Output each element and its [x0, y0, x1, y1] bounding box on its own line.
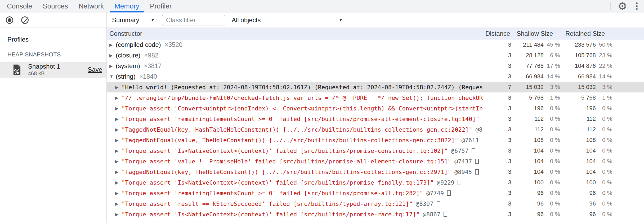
shallow-size-percent: 0 % — [544, 190, 560, 197]
distance-cell: 3 — [483, 105, 514, 112]
constructor-name: (closure) — [116, 52, 140, 59]
heap-string-row[interactable]: ▶"Torque assert 'remainingElementsCount … — [107, 188, 644, 198]
object-box-icon — [472, 148, 475, 153]
shallow-size-cell: 960 % — [514, 200, 563, 207]
expand-arrow-icon[interactable]: ▶ — [115, 106, 122, 111]
distance-cell: 3 — [483, 73, 514, 80]
tab-console[interactable]: Console — [2, 0, 37, 12]
column-header-distance[interactable]: Distance — [483, 30, 514, 37]
shallow-size-cell: 1120 % — [514, 126, 563, 133]
expand-arrow-icon[interactable]: ▶ — [115, 212, 122, 217]
shallow-size-value: 112 — [514, 115, 544, 122]
grid-header-row: Constructor Distance Shallow Size Retain… — [107, 28, 644, 39]
collapse-arrow-icon[interactable]: ▼ — [109, 74, 116, 79]
object-box-icon — [475, 159, 479, 164]
shallow-size-value: 96 — [514, 190, 544, 197]
string-value: "TaggedNotEqual(key, HashTableHoleConsta… — [122, 126, 472, 133]
heap-string-row[interactable]: ▶"Hello world! (Requested at: 2024-08-19… — [107, 82, 644, 92]
retained-size-percent: 0 % — [596, 211, 612, 218]
objects-scope-select[interactable]: All objects ▼ — [232, 16, 343, 24]
distance-cell: 3 — [483, 179, 514, 186]
shallow-size-value: 211 484 — [514, 41, 544, 48]
tab-network[interactable]: Network — [73, 0, 109, 12]
object-id: @8945 — [454, 169, 472, 175]
object-id: @8397 — [416, 200, 433, 207]
heap-string-row[interactable]: ▶"Torque assert 'remainingElementsCount … — [107, 114, 644, 124]
more-options-kebab-icon[interactable] — [634, 1, 640, 11]
column-header-retained-size[interactable]: Retained Size — [563, 30, 644, 37]
expand-arrow-icon[interactable]: ▶ — [115, 127, 122, 132]
shallow-size-percent: 0 % — [544, 211, 560, 218]
heap-string-row[interactable]: ▶"Torque assert 'value != PromiseHole' f… — [107, 156, 644, 167]
expand-arrow-icon[interactable]: ▶ — [115, 85, 122, 90]
shallow-size-cell: 211 48445 % — [514, 41, 563, 48]
heap-group-row[interactable]: ▶(compiled code)×35203211 48445 %233 576… — [107, 39, 644, 50]
snapshot-info: Snapshot 1 468 kB — [28, 63, 60, 76]
heap-string-row[interactable]: ▶"Torque assert 'Is<NativeContext>(conte… — [107, 145, 644, 156]
tab-sources[interactable]: Sources — [37, 0, 73, 12]
sidebar-item-snapshot-1[interactable]: Snapshot 1 468 kB Save — [0, 62, 106, 78]
heap-group-row[interactable]: ▶(system)×3817377 76817 %104 87622 % — [107, 61, 644, 71]
string-value: "Hello world! (Requested at: 2024-08-19T… — [122, 84, 483, 91]
tab-profiler[interactable]: Profiler — [145, 0, 177, 12]
settings-gear-icon[interactable]: ⚙ — [618, 1, 627, 11]
column-header-shallow-size[interactable]: Shallow Size — [514, 30, 563, 37]
expand-arrow-icon[interactable]: ▶ — [115, 159, 122, 164]
object-box-icon — [437, 201, 440, 206]
shallow-size-percent: 0 % — [544, 115, 560, 122]
expand-arrow-icon[interactable]: ▶ — [115, 170, 122, 175]
heap-string-row[interactable]: ▶"Torque assert 'Convert<uintptr>(endInd… — [107, 103, 644, 114]
expand-arrow-icon[interactable]: ▶ — [109, 64, 116, 69]
string-value: "Torque assert 'Is<NativeContext>(contex… — [122, 179, 434, 186]
string-value: "TaggedNotEqual(value, TheHoleConstant()… — [122, 137, 458, 144]
retained-size-cell: 105 76823 % — [563, 52, 644, 59]
heap-string-row[interactable]: ▶"Torque assert 'Is<NativeContext>(conte… — [107, 177, 644, 188]
string-value: "Torque assert 'result == kStoreSucceded… — [122, 200, 413, 207]
shallow-size-cell: 1120 % — [514, 115, 563, 122]
expand-arrow-icon[interactable]: ▶ — [115, 95, 122, 100]
heap-string-row[interactable]: ▶"// .wrangler/tmp/bundle-FmNIt0/checked… — [107, 92, 644, 103]
retained-size-percent: 22 % — [596, 63, 612, 69]
expand-arrow-icon[interactable]: ▶ — [109, 53, 116, 58]
expand-arrow-icon[interactable]: ▶ — [115, 148, 122, 153]
memory-toolbar: Summary ▼ All objects ▼ — [0, 12, 644, 28]
class-filter-input[interactable] — [162, 15, 225, 25]
heap-snapshot-grid: Constructor Distance Shallow Size Retain… — [107, 28, 644, 223]
shallow-size-value: 77 768 — [514, 63, 544, 69]
distance-value: 3 — [483, 211, 511, 218]
heap-group-row[interactable]: ▼(string)×1840366 98414 %66 98414 % — [107, 71, 644, 82]
retained-size-cell: 66 98414 % — [563, 73, 644, 80]
distance-value: 3 — [483, 63, 511, 69]
snapshot-save-link[interactable]: Save — [88, 66, 102, 73]
column-header-constructor[interactable]: Constructor — [107, 30, 483, 37]
heap-string-row[interactable]: ▶"Torque assert 'Is<NativeContext>(conte… — [107, 209, 644, 220]
heap-string-row[interactable]: ▶"Torque assert 'result == kStoreSuccede… — [107, 198, 644, 209]
expand-arrow-icon[interactable]: ▶ — [115, 180, 122, 185]
tab-memory[interactable]: Memory — [109, 0, 145, 12]
heap-snapshots-heading: HEAP SNAPSHOTS — [0, 43, 106, 62]
heap-string-row[interactable]: ▶"TaggedNotEqual(key, HashTableHoleConst… — [107, 124, 644, 135]
distance-value: 3 — [483, 115, 511, 122]
heap-string-row[interactable]: ▶"TaggedNotEqual(key, TheHoleConstant())… — [107, 167, 644, 177]
distance-value: 3 — [483, 52, 511, 59]
perspective-select-value: Summary — [112, 16, 139, 24]
retained-size-cell: 1040 % — [563, 168, 644, 175]
constructor-cell: ▶"Torque assert 'Is<NativeContext>(conte… — [107, 148, 483, 154]
perspective-select[interactable]: Summary ▼ — [112, 16, 155, 24]
expand-arrow-icon[interactable]: ▶ — [109, 42, 116, 47]
retained-size-value: 66 984 — [563, 73, 596, 80]
expand-arrow-icon[interactable]: ▶ — [115, 191, 122, 196]
constructor-name: (system) — [116, 62, 140, 70]
record-heap-snapshot-icon[interactable] — [6, 16, 13, 24]
distance-cell: 3 — [483, 41, 514, 48]
heap-string-row[interactable]: ▶"TaggedNotEqual(value, TheHoleConstant(… — [107, 135, 644, 145]
heap-group-row[interactable]: ▶(closure)×982328 1286 %105 76823 % — [107, 50, 644, 61]
object-box-icon — [447, 190, 451, 196]
expand-arrow-icon[interactable]: ▶ — [115, 138, 122, 143]
constructor-cell: ▶(closure)×982 — [107, 52, 483, 59]
distance-cell: 3 — [483, 211, 514, 218]
retained-size-value: 5 768 — [563, 94, 596, 101]
expand-arrow-icon[interactable]: ▶ — [115, 201, 122, 206]
clear-profiles-icon[interactable] — [21, 16, 29, 24]
expand-arrow-icon[interactable]: ▶ — [115, 117, 122, 122]
